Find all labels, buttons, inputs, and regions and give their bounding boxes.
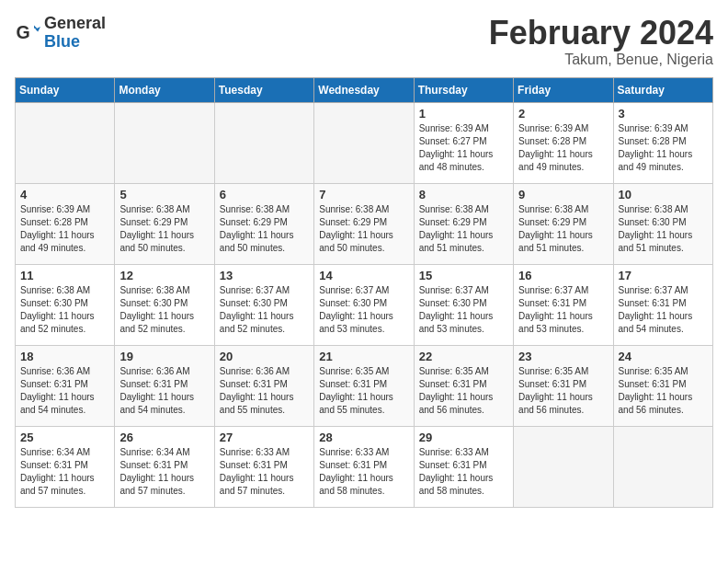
day-info: Sunrise: 6:37 AMSunset: 6:31 PMDaylight:… — [619, 284, 708, 336]
calendar-week-4: 18Sunrise: 6:36 AMSunset: 6:31 PMDayligh… — [16, 345, 713, 426]
calendar-cell: 19Sunrise: 6:36 AMSunset: 6:31 PMDayligh… — [115, 345, 214, 426]
calendar-cell: 25Sunrise: 6:34 AMSunset: 6:31 PMDayligh… — [16, 426, 115, 507]
calendar-cell: 26Sunrise: 6:34 AMSunset: 6:31 PMDayligh… — [115, 426, 214, 507]
day-number: 20 — [220, 350, 309, 363]
weekday-header-thursday: Thursday — [414, 77, 513, 102]
day-number: 22 — [419, 350, 508, 363]
day-info: Sunrise: 6:35 AMSunset: 6:31 PMDaylight:… — [518, 365, 608, 417]
calendar-cell: 6Sunrise: 6:38 AMSunset: 6:29 PMDaylight… — [214, 183, 313, 264]
day-number: 13 — [220, 269, 309, 282]
calendar-cell: 17Sunrise: 6:37 AMSunset: 6:31 PMDayligh… — [613, 264, 712, 345]
day-number: 7 — [319, 188, 408, 201]
day-number: 24 — [619, 350, 708, 363]
day-info: Sunrise: 6:36 AMSunset: 6:31 PMDaylight:… — [119, 365, 209, 417]
calendar-cell: 23Sunrise: 6:35 AMSunset: 6:31 PMDayligh… — [514, 345, 613, 426]
weekday-header-friday: Friday — [514, 77, 613, 102]
day-info: Sunrise: 6:36 AMSunset: 6:31 PMDaylight:… — [220, 365, 309, 417]
day-number: 1 — [419, 107, 508, 121]
logo: G GeneralBlue — [15, 15, 106, 52]
day-info: Sunrise: 6:36 AMSunset: 6:31 PMDaylight:… — [20, 365, 109, 417]
day-number: 28 — [319, 431, 408, 444]
calendar-cell: 8Sunrise: 6:38 AMSunset: 6:29 PMDaylight… — [414, 183, 513, 264]
calendar-cell — [16, 102, 115, 183]
weekday-header-row: SundayMondayTuesdayWednesdayThursdayFrid… — [16, 77, 713, 102]
day-number: 19 — [119, 350, 209, 363]
calendar-cell — [613, 426, 712, 507]
calendar-cell: 15Sunrise: 6:37 AMSunset: 6:30 PMDayligh… — [414, 264, 513, 345]
day-number: 10 — [619, 188, 708, 201]
day-number: 4 — [20, 188, 109, 201]
day-number: 5 — [119, 188, 209, 201]
calendar-cell: 10Sunrise: 6:38 AMSunset: 6:30 PMDayligh… — [613, 183, 712, 264]
day-info: Sunrise: 6:38 AMSunset: 6:30 PMDaylight:… — [119, 284, 209, 336]
day-number: 29 — [419, 431, 508, 444]
day-number: 15 — [419, 269, 508, 282]
day-info: Sunrise: 6:38 AMSunset: 6:30 PMDaylight:… — [619, 203, 708, 255]
day-info: Sunrise: 6:35 AMSunset: 6:31 PMDaylight:… — [619, 365, 708, 417]
day-number: 2 — [518, 107, 608, 121]
weekday-header-sunday: Sunday — [16, 77, 115, 102]
day-number: 14 — [319, 269, 408, 282]
day-number: 3 — [619, 107, 708, 121]
weekday-header-wednesday: Wednesday — [314, 77, 414, 102]
calendar-cell: 16Sunrise: 6:37 AMSunset: 6:31 PMDayligh… — [514, 264, 613, 345]
day-info: Sunrise: 6:37 AMSunset: 6:30 PMDaylight:… — [319, 284, 408, 336]
calendar-cell: 13Sunrise: 6:37 AMSunset: 6:30 PMDayligh… — [214, 264, 313, 345]
day-info: Sunrise: 6:38 AMSunset: 6:29 PMDaylight:… — [518, 203, 608, 255]
day-number: 17 — [619, 269, 708, 282]
calendar-cell: 24Sunrise: 6:35 AMSunset: 6:31 PMDayligh… — [613, 345, 712, 426]
calendar-week-3: 11Sunrise: 6:38 AMSunset: 6:30 PMDayligh… — [16, 264, 713, 345]
day-number: 26 — [119, 431, 209, 444]
logo-icon: G — [15, 20, 40, 46]
weekday-header-saturday: Saturday — [613, 77, 712, 102]
calendar-cell: 20Sunrise: 6:36 AMSunset: 6:31 PMDayligh… — [214, 345, 313, 426]
calendar-cell: 18Sunrise: 6:36 AMSunset: 6:31 PMDayligh… — [16, 345, 115, 426]
calendar-week-1: 1Sunrise: 6:39 AMSunset: 6:27 PMDaylight… — [16, 102, 713, 183]
day-number: 27 — [220, 431, 309, 444]
svg-text:G: G — [16, 21, 29, 41]
calendar-cell: 9Sunrise: 6:38 AMSunset: 6:29 PMDaylight… — [514, 183, 613, 264]
calendar-week-2: 4Sunrise: 6:39 AMSunset: 6:28 PMDaylight… — [16, 183, 713, 264]
calendar-cell: 5Sunrise: 6:38 AMSunset: 6:29 PMDaylight… — [115, 183, 214, 264]
day-number: 23 — [518, 350, 608, 363]
day-info: Sunrise: 6:39 AMSunset: 6:28 PMDaylight:… — [20, 203, 109, 255]
calendar-cell: 3Sunrise: 6:39 AMSunset: 6:28 PMDaylight… — [613, 102, 712, 183]
calendar-cell: 4Sunrise: 6:39 AMSunset: 6:28 PMDaylight… — [16, 183, 115, 264]
calendar-cell: 2Sunrise: 6:39 AMSunset: 6:28 PMDaylight… — [514, 102, 613, 183]
calendar-week-5: 25Sunrise: 6:34 AMSunset: 6:31 PMDayligh… — [16, 426, 713, 507]
day-number: 12 — [119, 269, 209, 282]
day-info: Sunrise: 6:35 AMSunset: 6:31 PMDaylight:… — [419, 365, 508, 417]
day-info: Sunrise: 6:35 AMSunset: 6:31 PMDaylight:… — [319, 365, 408, 417]
calendar-title: February 2024 — [489, 15, 713, 52]
day-info: Sunrise: 6:33 AMSunset: 6:31 PMDaylight:… — [220, 446, 309, 498]
calendar-cell: 28Sunrise: 6:33 AMSunset: 6:31 PMDayligh… — [314, 426, 414, 507]
calendar-cell: 1Sunrise: 6:39 AMSunset: 6:27 PMDaylight… — [414, 102, 513, 183]
day-info: Sunrise: 6:39 AMSunset: 6:27 PMDaylight:… — [419, 122, 508, 174]
day-info: Sunrise: 6:38 AMSunset: 6:29 PMDaylight:… — [319, 203, 408, 255]
weekday-header-tuesday: Tuesday — [214, 77, 313, 102]
day-number: 8 — [419, 188, 508, 201]
calendar-cell — [514, 426, 613, 507]
calendar-cell: 11Sunrise: 6:38 AMSunset: 6:30 PMDayligh… — [16, 264, 115, 345]
calendar-cell: 27Sunrise: 6:33 AMSunset: 6:31 PMDayligh… — [214, 426, 313, 507]
day-info: Sunrise: 6:39 AMSunset: 6:28 PMDaylight:… — [619, 122, 708, 174]
svg-marker-2 — [35, 27, 40, 32]
day-info: Sunrise: 6:38 AMSunset: 6:29 PMDaylight:… — [119, 203, 209, 255]
day-number: 16 — [518, 269, 608, 282]
day-info: Sunrise: 6:34 AMSunset: 6:31 PMDaylight:… — [20, 446, 109, 498]
calendar-cell — [314, 102, 414, 183]
title-block: February 2024 Takum, Benue, Nigeria — [489, 15, 713, 68]
calendar-table: SundayMondayTuesdayWednesdayThursdayFrid… — [15, 77, 713, 508]
day-info: Sunrise: 6:38 AMSunset: 6:30 PMDaylight:… — [20, 284, 109, 336]
calendar-cell: 22Sunrise: 6:35 AMSunset: 6:31 PMDayligh… — [414, 345, 513, 426]
day-number: 9 — [518, 188, 608, 201]
day-info: Sunrise: 6:33 AMSunset: 6:31 PMDaylight:… — [419, 446, 508, 498]
day-info: Sunrise: 6:39 AMSunset: 6:28 PMDaylight:… — [518, 122, 608, 174]
day-info: Sunrise: 6:38 AMSunset: 6:29 PMDaylight:… — [419, 203, 508, 255]
calendar-cell: 14Sunrise: 6:37 AMSunset: 6:30 PMDayligh… — [314, 264, 414, 345]
day-info: Sunrise: 6:38 AMSunset: 6:29 PMDaylight:… — [220, 203, 309, 255]
calendar-cell: 7Sunrise: 6:38 AMSunset: 6:29 PMDaylight… — [314, 183, 414, 264]
day-info: Sunrise: 6:33 AMSunset: 6:31 PMDaylight:… — [319, 446, 408, 498]
day-info: Sunrise: 6:37 AMSunset: 6:31 PMDaylight:… — [518, 284, 608, 336]
calendar-subtitle: Takum, Benue, Nigeria — [489, 52, 713, 68]
